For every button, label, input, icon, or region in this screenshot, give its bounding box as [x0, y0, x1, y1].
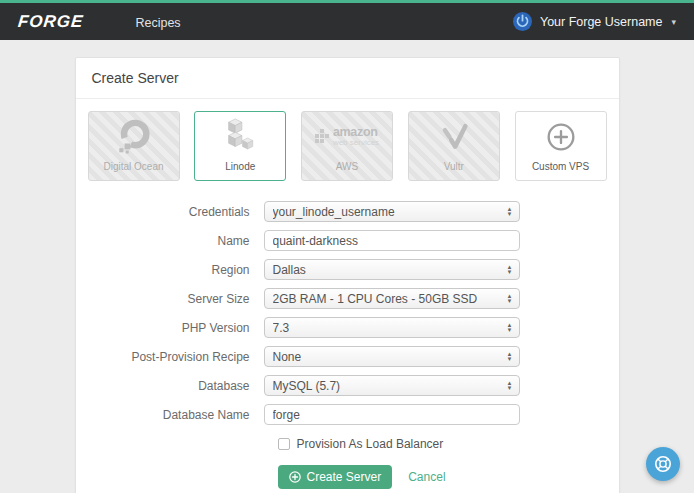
provider-label: AWS — [336, 161, 358, 172]
caret-down-icon: ▾ — [671, 17, 676, 27]
provider-tiles: Digital Ocean — [76, 99, 619, 185]
provider-label: Custom VPS — [532, 161, 589, 172]
form-actions: Create Server Cancel — [278, 465, 603, 489]
provider-tile-digital-ocean[interactable]: Digital Ocean — [88, 111, 180, 181]
load-balancer-label: Provision As Load Balancer — [297, 437, 444, 451]
form-row-database: Database MySQL (5.7) ▲▼ — [92, 375, 603, 396]
create-server-button-label: Create Server — [307, 470, 382, 484]
provider-tile-custom-vps[interactable]: Custom VPS — [515, 111, 607, 181]
provider-tile-linode[interactable]: Linode — [194, 111, 286, 181]
lifebuoy-icon — [653, 454, 673, 474]
php-version-label: PHP Version — [92, 321, 264, 335]
database-name-label: Database Name — [92, 408, 264, 422]
main-content: Create Server Digital Ocean — [0, 57, 694, 493]
select-value: None — [273, 350, 302, 364]
server-size-select[interactable]: 2GB RAM - 1 CPU Cores - 50GB SSD ▲▼ — [264, 288, 520, 309]
digital-ocean-logo-icon — [89, 112, 179, 161]
name-label: Name — [92, 234, 264, 248]
load-balancer-row: Provision As Load Balancer — [278, 437, 603, 451]
load-balancer-checkbox[interactable] — [278, 438, 290, 450]
up-down-stepper-icon: ▲▼ — [507, 207, 513, 216]
create-server-card: Create Server Digital Ocean — [75, 57, 620, 493]
select-value: MySQL (5.7) — [273, 379, 341, 393]
provider-tile-aws[interactable]: amazon web services AWS — [301, 111, 393, 181]
credentials-select[interactable]: your_linode_username ▲▼ — [264, 201, 520, 222]
database-name-input[interactable] — [264, 404, 520, 425]
create-server-form: Credentials your_linode_username ▲▼ Name… — [76, 185, 619, 493]
plus-circle-icon — [289, 471, 301, 483]
aws-logo-subtext: web services — [333, 139, 379, 147]
help-button[interactable] — [646, 447, 680, 481]
form-row-region: Region Dallas ▲▼ — [92, 259, 603, 280]
database-label: Database — [92, 379, 264, 393]
provider-label: Vultr — [444, 161, 464, 172]
plus-circle-icon — [516, 112, 606, 161]
linode-logo-icon — [195, 112, 285, 161]
server-size-label: Server Size — [92, 292, 264, 306]
post-provision-recipe-label: Post-Provision Recipe — [92, 350, 264, 364]
database-select[interactable]: MySQL (5.7) ▲▼ — [264, 375, 520, 396]
up-down-stepper-icon: ▲▼ — [507, 265, 513, 274]
top-navbar: FORGE Recipes Your Forge Username ▾ — [0, 3, 694, 40]
form-row-server-size: Server Size 2GB RAM - 1 CPU Cores - 50GB… — [92, 288, 603, 309]
nav-links: Recipes — [135, 13, 180, 31]
php-version-select[interactable]: 7.3 ▲▼ — [264, 317, 520, 338]
power-icon — [513, 12, 532, 31]
aws-logo-text: amazon — [333, 126, 379, 139]
select-value: Dallas — [273, 263, 306, 277]
post-provision-recipe-select[interactable]: None ▲▼ — [264, 346, 520, 367]
nav-recipes[interactable]: Recipes — [135, 16, 180, 30]
up-down-stepper-icon: ▲▼ — [507, 381, 513, 390]
form-row-database-name: Database Name — [92, 404, 603, 425]
provider-tile-vultr[interactable]: Vultr — [408, 111, 500, 181]
create-server-button[interactable]: Create Server — [278, 465, 393, 489]
credentials-label: Credentials — [92, 205, 264, 219]
up-down-stepper-icon: ▲▼ — [507, 294, 513, 303]
forge-logo[interactable]: FORGE — [17, 12, 85, 32]
form-row-name: Name — [92, 230, 603, 251]
region-select[interactable]: Dallas ▲▼ — [264, 259, 520, 280]
select-value: 2GB RAM - 1 CPU Cores - 50GB SSD — [273, 292, 478, 306]
card-title: Create Server — [76, 58, 619, 99]
up-down-stepper-icon: ▲▼ — [507, 323, 513, 332]
select-value: your_linode_username — [273, 205, 395, 219]
form-row-credentials: Credentials your_linode_username ▲▼ — [92, 201, 603, 222]
up-down-stepper-icon: ▲▼ — [507, 352, 513, 361]
form-row-php-version: PHP Version 7.3 ▲▼ — [92, 317, 603, 338]
vultr-logo-icon — [409, 112, 499, 161]
username-label: Your Forge Username — [540, 15, 663, 29]
region-label: Region — [92, 263, 264, 277]
cancel-link[interactable]: Cancel — [408, 470, 445, 484]
provider-label: Digital Ocean — [103, 161, 163, 172]
select-value: 7.3 — [273, 321, 290, 335]
aws-logo-icon: amazon web services — [302, 112, 392, 161]
user-menu[interactable]: Your Forge Username ▾ — [513, 12, 676, 31]
form-row-post-provision-recipe: Post-Provision Recipe None ▲▼ — [92, 346, 603, 367]
provider-label: Linode — [225, 161, 255, 172]
name-input[interactable] — [264, 230, 520, 251]
